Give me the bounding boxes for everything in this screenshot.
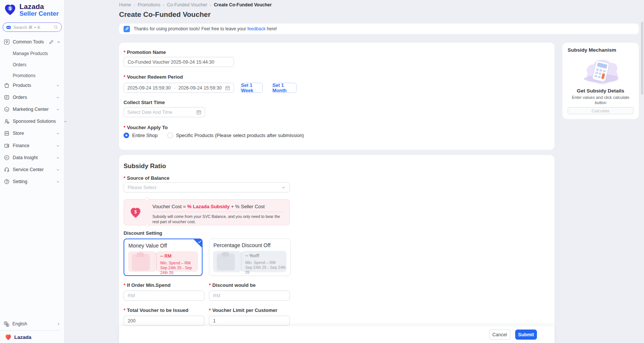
radio-specific-products[interactable]: Specific Products (Please select product… [167, 133, 304, 138]
subsidy-ratio-card: Subsidy Ratio *Source of Balance Please … [119, 155, 555, 343]
total-voucher-input[interactable] [124, 316, 204, 326]
breadcrumb-promotions[interactable]: Promotions [138, 2, 161, 7]
chevron-down-icon [56, 95, 60, 100]
chevron-down-icon [56, 180, 60, 184]
source-of-balance-select[interactable]: Please Select [124, 182, 290, 192]
money-value-off-card[interactable]: Money Value Off -- RM Min. Spend – RM Se… [124, 239, 203, 276]
subsidy-mechanism-panel: Subsidy Mechanism Get Subsidy Details En… [562, 43, 639, 119]
breadcrumb-cofunded-voucher[interactable]: Co-Funded Voucher [167, 2, 207, 7]
voucher-basic-info-card: *Promotion Name *Voucher Redeem Period 2… [119, 43, 555, 150]
discount-setting-label: Discount Setting [124, 230, 162, 236]
chevron-down-icon [281, 185, 286, 190]
orders-list-icon [4, 94, 10, 100]
banner-text-after: here! [267, 26, 277, 31]
chevron-down-icon [56, 144, 60, 148]
seller-center-logo[interactable]: $ Lazada Seller Center [3, 2, 59, 17]
collect-start-placeholder: Select Date And Time [127, 110, 172, 115]
sidebar-item-orders[interactable]: Orders [0, 92, 64, 103]
breadcrumb-home[interactable]: Home [119, 2, 131, 7]
redeem-period-range-picker[interactable]: 2025-09-24 15:59:30 - 2026-09-24 15:59:3… [124, 83, 234, 93]
radio-selected-icon[interactable] [124, 133, 129, 138]
sidebar-item-data-insight[interactable]: Data Insight [0, 152, 64, 163]
min-spend-input[interactable] [124, 291, 204, 301]
select-placeholder: Please Select [128, 185, 281, 190]
redeem-start-value[interactable]: 2025-09-24 15:59:30 [127, 85, 171, 91]
brand-line1: Lazada [19, 3, 59, 10]
sidebar-item-sponsored-solutions[interactable]: Sponsored Solutions [0, 116, 64, 127]
percent-period: Sep 24th 25 - Sep 24th 26 [245, 265, 286, 275]
chart-circle-icon [4, 155, 10, 161]
promotion-name-label: Promotion Name [127, 49, 166, 55]
set-1-month-button[interactable]: Set 1 Month [272, 83, 297, 93]
sponsored-person-icon [4, 118, 10, 124]
sidebar-divider [0, 330, 60, 331]
discount-would-be-input[interactable] [209, 291, 290, 301]
sidebar-item-marketing-center[interactable]: Marketing Center [0, 104, 64, 115]
calendar-icon [225, 85, 230, 91]
page-title: Create Co-Funded Voucher [119, 10, 211, 19]
language-label: English [12, 321, 54, 327]
apply-to-radio-group: Entire Shop Specific Products (Please se… [124, 133, 304, 138]
translate-icon [4, 321, 9, 327]
lightbulb-icon [4, 39, 10, 45]
sidebar-item-orders-shortcut[interactable]: Orders [0, 60, 64, 69]
edit-pencil-icon[interactable] [49, 40, 54, 45]
breadcrumb: Home › Promotions › Co-Funded Voucher › … [119, 1, 272, 8]
get-subsidy-details-heading: Get Subsidy Details [562, 88, 639, 94]
svg-text:$: $ [134, 209, 137, 215]
storefront-icon [4, 130, 10, 136]
voucher-image-placeholder [132, 254, 150, 271]
voucher-cost-info-box: $ Voucher Cost = % Lazada Subsidy + % Se… [124, 199, 290, 225]
marketing-wave-icon [4, 106, 10, 112]
money-amount: -- RM [160, 254, 198, 259]
radio-entire-shop[interactable]: Entire Shop [124, 133, 158, 138]
promotion-name-input[interactable] [124, 57, 234, 67]
voucher-limit-input[interactable] [209, 316, 290, 326]
chevron-down-icon [56, 107, 60, 112]
sidebar-item-setting[interactable]: Setting [0, 176, 64, 187]
collect-start-picker[interactable]: Select Date And Time [124, 107, 205, 117]
percent-card-title: Percentage Discount Off [213, 242, 270, 248]
money-min-spend: Min. Spend – RM [160, 261, 198, 265]
submit-button[interactable]: Submit [515, 330, 537, 340]
chevron-down-icon [56, 131, 60, 136]
redeem-end-value[interactable]: 2026-09-24 15:59:30 [178, 85, 222, 91]
form-action-bar: Cancel Submit [119, 326, 555, 343]
total-voucher-label: Total Voucher to be Issued [127, 307, 188, 313]
sidebar-item-manage-products[interactable]: Manage Products [0, 49, 64, 58]
page-scrollbar[interactable] [641, 0, 643, 343]
sidebar: $ Lazada Seller Center Common Tools Mana… [0, 0, 64, 343]
scrollbar-thumb[interactable] [641, 22, 643, 95]
banner-text-before: Thanks for using promotion tools! Feel f… [134, 26, 246, 31]
search-icon[interactable] [54, 25, 58, 30]
sidebar-search[interactable] [3, 22, 62, 32]
chevron-down-icon [56, 168, 60, 172]
money-card-title: Money Value Off [128, 243, 167, 249]
percent-amount: -- %off [245, 253, 286, 259]
apply-to-label: Voucher Apply To [127, 125, 168, 130]
language-switcher[interactable]: English [0, 319, 64, 329]
products-bag-icon [4, 82, 10, 88]
percentage-discount-off-card[interactable]: Percentage Discount Off -- %off Min. Spe… [209, 239, 291, 276]
subsidy-ratio-title: Subsidy Ratio [124, 163, 166, 170]
money-voucher-preview: -- RM Min. Spend – RM Sep 24th 25 - Sep … [128, 251, 198, 272]
set-1-week-button[interactable]: Set 1 Week [241, 83, 263, 93]
sidebar-item-promotions-shortcut[interactable]: Promotions [0, 71, 64, 80]
subsidy-description: Subsidy will come from your SVC Balance,… [152, 214, 283, 224]
lazada-footer-logo: Lazada [4, 333, 31, 341]
calculate-button[interactable]: Calculate [568, 107, 634, 114]
sidebar-item-service-center[interactable]: Service Center [0, 164, 64, 175]
voucher-limit-label: Voucher Limit per Customer [212, 307, 277, 313]
feedback-link[interactable]: feedback [247, 26, 266, 31]
radio-unselected-icon[interactable] [167, 133, 173, 138]
sidebar-item-store[interactable]: Store [0, 128, 64, 139]
sidebar-group-common-tools[interactable]: Common Tools [0, 37, 64, 47]
sidebar-item-finance[interactable]: Finance [0, 140, 64, 151]
lazada-heart-logo-icon: $ [3, 2, 17, 16]
cancel-button[interactable]: Cancel [489, 330, 510, 340]
chevron-up-icon[interactable] [57, 40, 61, 44]
search-input[interactable] [13, 25, 51, 30]
chevron-down-icon [63, 119, 67, 124]
selected-check-icon [193, 239, 202, 248]
sidebar-item-products[interactable]: Products [0, 80, 64, 91]
